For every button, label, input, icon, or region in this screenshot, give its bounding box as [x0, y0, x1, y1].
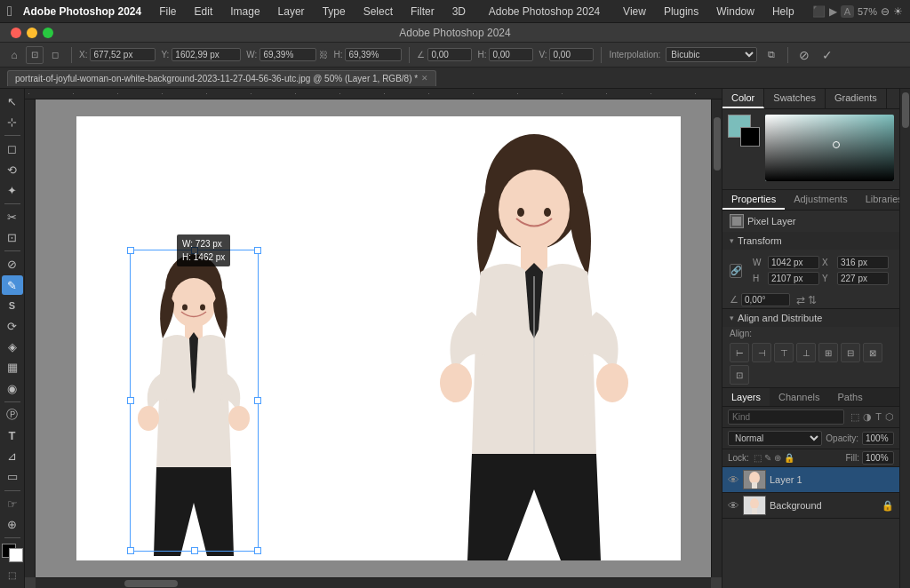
canvas[interactable]: W: 723 px H: 1462 px — [76, 116, 681, 560]
transform-angle-input[interactable] — [741, 293, 790, 306]
lock-artboard-icon[interactable]: ⊕ — [774, 453, 781, 463]
tool-path-selection[interactable]: ⊿ — [2, 447, 23, 465]
close-button[interactable] — [11, 28, 21, 38]
canvas-wrapper[interactable]: W: 723 px H: 1462 px — [36, 99, 722, 577]
options-transform-icon[interactable]: ⊡ — [26, 46, 44, 64]
panel-scrollbar-thumb[interactable] — [902, 92, 909, 128]
layer-1-item[interactable]: 👁 Layer 1 — [722, 467, 899, 493]
transform-h-input[interactable] — [768, 272, 819, 285]
h-input[interactable] — [345, 48, 402, 61]
tool-eyedropper[interactable]: ⊡ — [2, 228, 23, 247]
distribute-center-btn[interactable]: ⊡ — [730, 365, 749, 385]
background-color-swatch[interactable] — [9, 548, 23, 562]
w-input[interactable] — [259, 48, 316, 61]
tool-lasso[interactable]: ⟲ — [2, 161, 23, 179]
tool-pen[interactable]: Ⓟ — [2, 406, 23, 425]
flip-vert-icon[interactable]: ⇅ — [808, 294, 817, 306]
swatches-tab[interactable]: Swatches — [764, 89, 826, 108]
link-icon[interactable]: ⛓ — [319, 50, 328, 60]
layers-search-input[interactable] — [728, 409, 844, 425]
vert-skew-input[interactable] — [549, 48, 594, 61]
color-picker-cursor[interactable] — [833, 141, 840, 148]
lock-position-icon[interactable]: ✎ — [764, 453, 771, 463]
paths-tab[interactable]: Paths — [829, 388, 872, 406]
opacity-input[interactable] — [862, 432, 894, 445]
options-home-icon[interactable]: ⌂ — [5, 46, 23, 64]
align-right-btn[interactable]: ⊤ — [774, 343, 794, 362]
handle-top-left[interactable] — [127, 247, 134, 254]
align-header[interactable]: ▾ Align and Distribute — [722, 309, 899, 327]
align-center-v-btn[interactable]: ⊞ — [818, 343, 838, 362]
cancel-transform-icon[interactable]: ⊘ — [795, 46, 813, 64]
menu-image[interactable]: Image — [223, 4, 267, 20]
menu-layer[interactable]: Layer — [271, 4, 312, 20]
options-mode-icon[interactable]: ◻ — [46, 46, 64, 64]
align-bottom-btn[interactable]: ⊟ — [841, 343, 860, 362]
blend-mode-select[interactable]: Normal Multiply Screen — [728, 431, 822, 446]
x-input[interactable] — [90, 48, 156, 61]
panel-scrollbar[interactable] — [899, 89, 910, 588]
y-input[interactable] — [172, 48, 241, 61]
apple-logo[interactable]:  — [7, 4, 12, 20]
tool-shape[interactable]: ▭ — [2, 467, 23, 486]
transform-header[interactable]: ▾ Transform — [722, 232, 899, 250]
minimize-button[interactable] — [27, 28, 37, 38]
background-visibility-icon[interactable]: 👁 — [728, 499, 739, 513]
menu-type[interactable]: Type — [315, 4, 353, 20]
background-layer-item[interactable]: 👁 Background 🔒 — [722, 493, 899, 519]
tool-marquee[interactable]: ◻ — [2, 139, 23, 158]
tool-type[interactable]: T — [2, 426, 23, 445]
menu-select[interactable]: Select — [356, 4, 400, 20]
properties-tab[interactable]: Properties — [722, 190, 785, 210]
gradients-tab[interactable]: Gradients — [826, 89, 887, 108]
tool-eraser[interactable]: ◈ — [2, 338, 23, 356]
flip-icon[interactable]: ⇄ — [796, 294, 805, 306]
lock-pixels-icon[interactable]: ⬚ — [754, 453, 762, 463]
menu-help[interactable]: Help — [765, 4, 802, 20]
foreground-background-colors[interactable] — [2, 544, 23, 562]
tool-hand[interactable]: ☞ — [2, 494, 23, 513]
tool-dodge[interactable]: ◉ — [2, 379, 23, 398]
horiz-skew-input[interactable] — [489, 48, 533, 61]
menu-plugins[interactable]: Plugins — [657, 4, 706, 20]
warp-icon[interactable]: ⧉ — [762, 46, 780, 64]
tool-history[interactable]: ⟳ — [2, 317, 23, 336]
menu-file[interactable]: File — [152, 4, 183, 20]
handle-top-middle[interactable] — [191, 247, 198, 254]
align-center-h-btn[interactable]: ⊣ — [752, 343, 771, 362]
filter-adjust-icon[interactable]: ◑ — [863, 411, 872, 423]
maximize-button[interactable] — [43, 28, 53, 38]
tool-crop[interactable]: ✂ — [2, 208, 23, 226]
lock-all-icon[interactable]: 🔒 — [784, 453, 794, 463]
transform-w-input[interactable] — [768, 256, 819, 269]
tool-brush[interactable]: ✎ — [2, 275, 23, 294]
menu-3d[interactable]: 3D — [445, 4, 473, 20]
distribute-left-btn[interactable]: ⊠ — [863, 343, 882, 362]
menu-window[interactable]: Window — [709, 4, 762, 20]
tool-quick-mask[interactable]: ⬚ — [2, 566, 23, 584]
channels-tab[interactable]: Channels — [770, 388, 828, 406]
color-tab[interactable]: Color — [722, 89, 764, 108]
canvas-area[interactable]: W: 723 px H: 1462 px — [25, 89, 722, 588]
interpolation-select[interactable]: Bicubic Bilinear Nearest Neighbor — [666, 47, 757, 62]
libraries-tab[interactable]: Libraries — [857, 190, 899, 210]
handle-top-right[interactable] — [254, 247, 261, 254]
fill-input[interactable] — [862, 451, 894, 465]
tool-stamp[interactable]: S — [2, 297, 23, 315]
filter-pixel-icon[interactable]: ⬚ — [850, 411, 859, 423]
tool-healing[interactable]: ⊘ — [2, 255, 23, 274]
scrollbar-thumb[interactable] — [714, 117, 721, 171]
menu-filter[interactable]: Filter — [403, 4, 442, 20]
align-top-btn[interactable]: ⊥ — [796, 343, 816, 362]
confirm-transform-icon[interactable]: ✓ — [818, 46, 836, 64]
transform-y-input[interactable] — [837, 272, 889, 285]
horizontal-scrollbar[interactable] — [36, 577, 711, 588]
transform-link-icon[interactable]: 🔗 — [730, 264, 742, 278]
adjustments-tab[interactable]: Adjustments — [785, 190, 857, 210]
menu-view[interactable]: View — [616, 4, 653, 20]
tool-zoom[interactable]: ⊕ — [2, 515, 23, 534]
transform-x-input[interactable] — [837, 256, 889, 269]
layers-tab[interactable]: Layers — [722, 388, 770, 406]
tool-magic-wand[interactable]: ✦ — [2, 181, 23, 200]
background-swatch[interactable] — [740, 127, 760, 147]
